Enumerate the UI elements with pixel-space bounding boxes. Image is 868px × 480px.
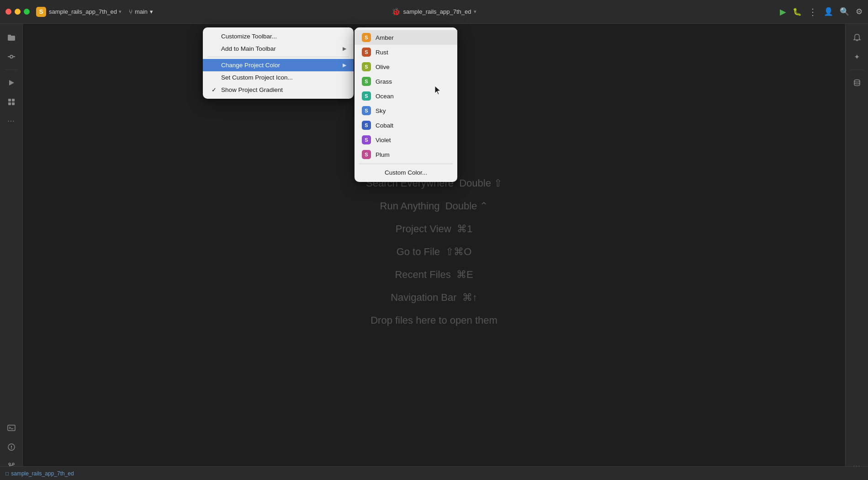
shortcut-recent: Recent Files ⌘E xyxy=(395,269,473,281)
more-actions-icon[interactable]: ⋮ xyxy=(808,6,817,17)
color-swatch-sky: S xyxy=(362,106,371,115)
sidebar-icon-folder[interactable] xyxy=(3,29,20,46)
color-label-grass: Grass xyxy=(376,78,392,85)
color-label-rust: Rust xyxy=(376,49,388,56)
color-label-sky: Sky xyxy=(376,107,386,114)
color-label-custom: Custom Color... xyxy=(385,169,427,176)
svg-point-14 xyxy=(11,448,12,449)
shortcut-run: Run Anything Double ⌃ xyxy=(380,200,488,212)
color-swatch-rust: S xyxy=(362,48,371,57)
color-swatch-cobalt: S xyxy=(362,121,371,130)
color-swatch-olive: S xyxy=(362,62,371,71)
svg-rect-6 xyxy=(8,99,11,101)
branch-name: main xyxy=(135,8,148,15)
titlebar-project-name[interactable]: sample_rails_app_7th_ed xyxy=(49,8,117,15)
settings-icon[interactable]: ⚙ xyxy=(856,7,863,16)
svg-marker-5 xyxy=(9,80,14,85)
bottom-bar: □ sample_rails_app_7th_ed xyxy=(0,466,868,480)
color-item-sky[interactable]: S Sky xyxy=(355,103,457,118)
titlebar-branch[interactable]: ⑂ main ▾ xyxy=(129,8,153,16)
user-icon[interactable]: 👤 xyxy=(824,7,833,16)
color-submenu[interactable]: S Amber S Rust S Olive S Grass S Ocean S… xyxy=(355,27,457,182)
sidebar-icon-database[interactable] xyxy=(849,75,865,91)
menu-item-show-gradient[interactable]: ✓ Show Project Gradient xyxy=(203,84,354,96)
run-button[interactable]: ▶ xyxy=(780,7,786,17)
maximize-button[interactable] xyxy=(24,9,30,15)
center-chevron: ▾ xyxy=(474,9,476,15)
color-item-ocean[interactable]: S Ocean xyxy=(355,89,457,103)
color-separator xyxy=(359,164,453,164)
color-label-amber: Amber xyxy=(376,34,394,41)
titlebar-right: ▶ 🐛 ⋮ 👤 🔍 ⚙ xyxy=(780,6,863,17)
menu-separator-1 xyxy=(207,57,349,57)
svg-point-18 xyxy=(854,80,860,82)
svg-rect-0 xyxy=(8,36,15,41)
menu-label-customize: Customize Toolbar... xyxy=(221,33,343,40)
sidebar-icon-commit[interactable] xyxy=(3,48,20,65)
color-label-plum: Plum xyxy=(376,151,390,158)
minimize-button[interactable] xyxy=(15,9,21,15)
color-item-olive[interactable]: S Olive xyxy=(355,59,457,74)
menu-item-add-toolbar[interactable]: Add to Main Toolbar ▶ xyxy=(203,43,354,55)
bottom-project-name: sample_rails_app_7th_ed xyxy=(11,470,74,477)
sidebar-icon-more[interactable]: ··· xyxy=(3,113,20,129)
debug-icon[interactable]: 🐛 xyxy=(793,7,802,16)
color-item-cobalt[interactable]: S Cobalt xyxy=(355,118,457,133)
svg-rect-9 xyxy=(12,102,15,105)
svg-rect-8 xyxy=(8,102,11,105)
titlebar: S sample_rails_app_7th_ed ▾ ⑂ main ▾ 🐞 s… xyxy=(0,0,868,24)
svg-rect-1 xyxy=(8,35,11,36)
sidebar-icon-run[interactable] xyxy=(3,75,20,91)
sidebar-divider-1 xyxy=(5,69,18,70)
shortcut-nav: Navigation Bar ⌘↑ xyxy=(391,292,477,304)
shortcut-project: Project View ⌘1 xyxy=(396,223,472,235)
color-label-olive: Olive xyxy=(376,64,390,70)
svg-rect-7 xyxy=(12,99,15,101)
color-item-violet[interactable]: S Violet xyxy=(355,133,457,147)
color-item-plum[interactable]: S Plum xyxy=(355,147,457,162)
color-item-rust[interactable]: S Rust xyxy=(355,45,457,59)
menu-label-change-color: Change Project Color xyxy=(221,62,339,69)
right-sidebar: ✦ ··· xyxy=(845,24,868,480)
menu-item-set-icon[interactable]: Set Custom Project Icon... xyxy=(203,71,354,84)
menu-arrow-add-toolbar: ▶ xyxy=(343,46,346,52)
right-sidebar-divider xyxy=(851,69,863,70)
color-item-custom[interactable]: Custom Color... xyxy=(355,166,457,179)
context-menu[interactable]: Customize Toolbar... Add to Main Toolbar… xyxy=(203,27,354,99)
shortcut-goto-file: Go to File ⇧⌘O xyxy=(397,246,472,258)
color-swatch-grass: S xyxy=(362,77,371,86)
color-swatch-plum: S xyxy=(362,150,371,159)
color-swatch-ocean: S xyxy=(362,91,371,101)
traffic-lights xyxy=(5,9,30,15)
center-project-name: sample_rails_app_7th_ed xyxy=(403,8,471,15)
titlebar-center: 🐞 sample_rails_app_7th_ed ▾ xyxy=(392,7,477,16)
color-swatch-amber: S xyxy=(362,33,371,42)
color-item-grass[interactable]: S Grass xyxy=(355,74,457,89)
color-item-amber[interactable]: S Amber xyxy=(355,30,457,45)
color-swatch-violet: S xyxy=(362,135,371,144)
svg-point-15 xyxy=(9,463,11,465)
branch-icon: ⑂ xyxy=(129,8,132,16)
sidebar-icon-problems[interactable] xyxy=(3,439,20,455)
titlebar-project-chevron[interactable]: ▾ xyxy=(119,9,122,15)
sidebar-icon-notification[interactable] xyxy=(849,29,865,46)
svg-point-17 xyxy=(12,463,14,465)
sidebar-icon-plugins[interactable] xyxy=(3,94,20,110)
search-icon[interactable]: 🔍 xyxy=(840,7,849,16)
color-label-ocean: Ocean xyxy=(376,93,394,100)
menu-item-change-color[interactable]: Change Project Color ▶ xyxy=(203,59,354,71)
bottom-project-info[interactable]: □ sample_rails_app_7th_ed xyxy=(5,470,74,477)
menu-item-customize-toolbar[interactable]: Customize Toolbar... xyxy=(203,30,354,43)
menu-label-show-gradient: Show Project Gradient xyxy=(221,86,343,93)
menu-label-add-toolbar: Add to Main Toolbar xyxy=(221,45,339,52)
left-sidebar: ··· xyxy=(0,24,23,480)
color-label-violet: Violet xyxy=(376,137,391,144)
sidebar-icon-terminal[interactable] xyxy=(3,420,20,436)
menu-label-set-icon: Set Custom Project Icon... xyxy=(221,74,343,81)
bottom-project-icon: □ xyxy=(5,470,9,477)
svg-rect-10 xyxy=(8,425,15,431)
menu-arrow-change-color: ▶ xyxy=(343,62,346,68)
close-button[interactable] xyxy=(5,9,11,15)
sidebar-icon-ai[interactable]: ✦ xyxy=(849,48,865,65)
shortcut-drop: Drop files here to open them xyxy=(370,315,498,326)
